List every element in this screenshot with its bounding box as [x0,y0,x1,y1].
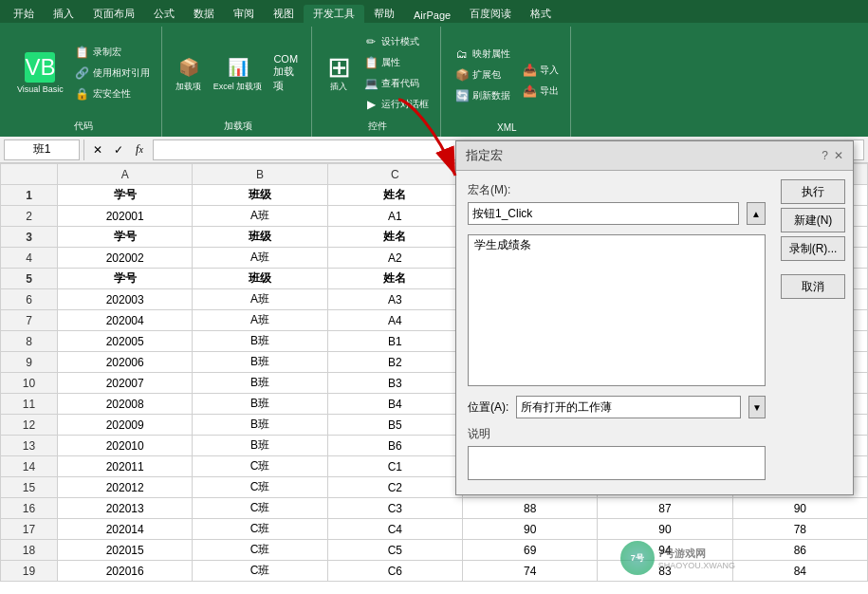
record-btn[interactable]: 录制(R)... [781,236,845,261]
macro-scroll-up[interactable]: ▲ [747,202,766,225]
cell-A-1[interactable]: 学号 [58,185,193,206]
design-mode-btn[interactable]: ✏ 设计模式 [360,32,433,51]
cell-C-12[interactable]: B5 [327,415,462,436]
table-row[interactable]: 18202015C班C5699486 [1,540,868,561]
cell-B-17[interactable]: C班 [193,519,327,540]
cell-B-8[interactable]: B班 [193,331,327,352]
cell-B-3[interactable]: 班级 [193,227,327,248]
cell-B-10[interactable]: B班 [193,373,327,394]
cell-A-14[interactable]: 202011 [58,456,193,477]
cell-B-18[interactable]: C班 [193,540,327,561]
cell-A-3[interactable]: 学号 [58,227,193,248]
cell-A-19[interactable]: 202016 [58,561,193,582]
properties-btn[interactable]: 📋 属性 [360,53,433,72]
refresh-btn[interactable]: 🔄 刷新数据 [451,86,514,105]
excel-addins-btn[interactable]: 📊 Excel 加载项 [210,52,267,95]
run-dialog-btn[interactable]: ▶ 运行对话框 [360,95,433,114]
cell-B-15[interactable]: C班 [193,477,327,498]
name-box[interactable]: 班1 [4,139,80,160]
tab-airpage[interactable]: AirPage [404,8,460,23]
tab-format[interactable]: 格式 [521,5,561,23]
cell-A-18[interactable]: 202015 [58,540,193,561]
table-row[interactable]: 19202016C班C6748384 [1,561,868,582]
macro-list-item[interactable]: 学生成绩条 [469,235,765,255]
cell-A-5[interactable]: 学号 [58,269,193,289]
cell-A-6[interactable]: 202003 [58,289,193,310]
cell-B-2[interactable]: A班 [193,206,327,227]
relative-ref-btn[interactable]: 🔗 使用相对引用 [71,64,154,83]
cancel-btn[interactable]: 取消 [781,274,845,299]
cell-C-15[interactable]: C2 [327,477,462,498]
com-addins-btn[interactable]: COM加载项 [269,58,304,88]
cell-B-14[interactable]: C班 [193,456,327,477]
new-btn[interactable]: 新建(N) [781,208,845,232]
tab-view[interactable]: 视图 [264,5,304,23]
cell-D-19[interactable]: 74 [462,561,597,582]
run-btn[interactable]: 执行 [781,179,845,204]
cell-B-1[interactable]: 班级 [193,185,327,206]
macro-name-input[interactable] [468,202,739,225]
cell-A-11[interactable]: 202008 [58,394,193,415]
desc-textarea[interactable] [468,446,766,480]
import-btn[interactable]: 📥 导入 [518,61,563,80]
cell-B-5[interactable]: 班级 [193,269,327,289]
dialog-question[interactable]: ? [822,149,828,162]
tab-developer[interactable]: 开发工具 [304,5,364,23]
cell-C-14[interactable]: C1 [327,456,462,477]
cell-B-9[interactable]: B班 [193,352,327,373]
cell-A-16[interactable]: 202013 [58,498,193,519]
cell-C-5[interactable]: 姓名 [327,269,462,289]
cell-B-4[interactable]: A班 [193,248,327,269]
cell-B-19[interactable]: C班 [193,561,327,582]
tab-help[interactable]: 帮助 [364,5,404,23]
cell-A-13[interactable]: 202010 [58,436,193,456]
expand-btn[interactable]: 📦 扩展包 [451,65,514,84]
addins-btn[interactable]: 📦 加载项 [172,52,206,95]
cell-C-3[interactable]: 姓名 [327,227,462,248]
cell-F-17[interactable]: 78 [732,519,867,540]
cell-A-10[interactable]: 202007 [58,373,193,394]
cell-C-13[interactable]: B6 [327,436,462,456]
cell-A-7[interactable]: 202004 [58,310,193,331]
cell-C-11[interactable]: B4 [327,394,462,415]
tab-data[interactable]: 数据 [184,5,224,23]
tab-start[interactable]: 开始 [4,5,44,23]
confirm-formula-btn[interactable]: ✓ [109,140,128,159]
cell-C-6[interactable]: A3 [327,289,462,310]
cell-F-18[interactable]: 86 [732,540,867,561]
dialog-close[interactable]: ✕ [834,149,843,162]
cell-A-8[interactable]: 202005 [58,331,193,352]
location-input[interactable] [516,396,741,418]
cell-F-19[interactable]: 84 [732,561,867,582]
tab-baidu[interactable]: 百度阅读 [460,5,521,23]
cell-B-7[interactable]: A班 [193,310,327,331]
cell-A-17[interactable]: 202014 [58,519,193,540]
export-btn[interactable]: 📤 导出 [518,82,563,101]
cell-B-12[interactable]: B班 [193,415,327,436]
cell-D-16[interactable]: 88 [462,498,597,519]
tab-insert[interactable]: 插入 [44,5,83,23]
cell-C-1[interactable]: 姓名 [327,185,462,206]
visual-basic-btn[interactable]: VB Visual Basic [13,50,67,96]
cell-E-16[interactable]: 87 [598,498,732,519]
cancel-formula-btn[interactable]: ✕ [88,140,107,159]
cell-C-4[interactable]: A2 [327,248,462,269]
cell-B-6[interactable]: A班 [193,289,327,310]
table-row[interactable]: 16202013C班C3888790 [1,498,868,519]
cell-C-18[interactable]: C5 [327,540,462,561]
cell-A-12[interactable]: 202009 [58,415,193,436]
cell-C-9[interactable]: B2 [327,352,462,373]
cell-C-17[interactable]: C4 [327,519,462,540]
cell-A-15[interactable]: 202012 [58,477,193,498]
cell-C-8[interactable]: B1 [327,331,462,352]
cell-C-10[interactable]: B3 [327,373,462,394]
insert-control-btn[interactable]: ⊞ 插入 [322,52,356,95]
cell-E-17[interactable]: 90 [598,519,732,540]
col-header-B[interactable]: B [193,164,327,185]
macro-list[interactable]: 学生成绩条 [468,234,766,386]
col-header-A[interactable]: A [58,164,193,185]
function-btn[interactable]: fx [130,140,149,159]
col-header-C[interactable]: C [327,164,462,185]
cell-D-17[interactable]: 90 [462,519,597,540]
cell-A-2[interactable]: 202001 [58,206,193,227]
